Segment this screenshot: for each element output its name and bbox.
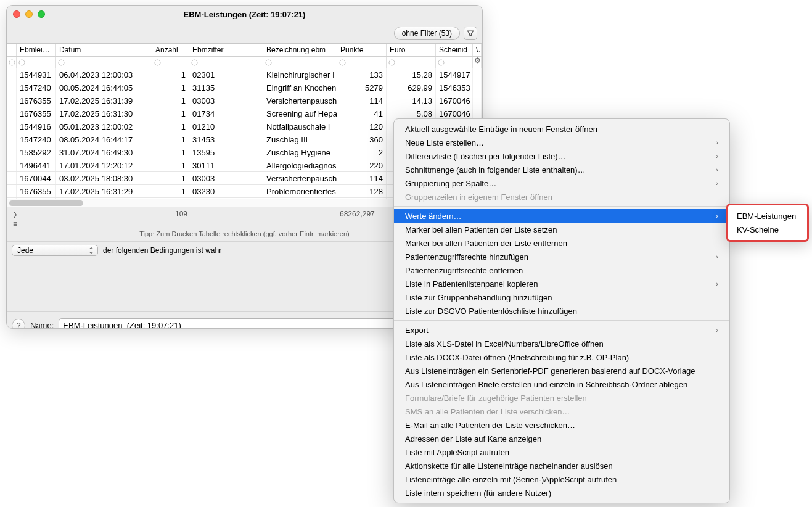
menu-item-label: Patientenzugriffsrechte entfernen: [405, 266, 523, 275]
cell: 17.02.2025 16:31:29: [56, 185, 152, 197]
cell: 1544917: [436, 68, 473, 81]
menu-item[interactable]: Gruppierung per Spalte…›: [394, 176, 729, 190]
menu-item[interactable]: Liste als DOCX-Datei öffnen (Briefschrei…: [394, 350, 729, 364]
column-header[interactable]: Ebmziffer: [189, 44, 263, 56]
filter-row: [7, 57, 482, 68]
column-header[interactable]: Datum: [56, 44, 152, 56]
menu-item[interactable]: Marker bei allen Patienten der Liste ent…: [394, 236, 729, 250]
submenu-werte-aendern[interactable]: EBM-LeistungenKV-Scheine: [726, 204, 809, 242]
toolbar: ohne Filter (53): [7, 23, 482, 44]
table-row[interactable]: 154493106.04.2023 12:00:03102301Kleinchi…: [7, 68, 482, 81]
menu-item[interactable]: Patientenzugriffsrechte hinzufügen›: [394, 250, 729, 263]
cell: 120: [337, 120, 387, 133]
svg-point-8: [438, 60, 444, 65]
submenu-item[interactable]: EBM-Leistungen: [728, 209, 807, 223]
column-header[interactable]: Ebmleist…: [17, 44, 56, 56]
menu-item[interactable]: Liste intern speichern (für andere Nutze…: [394, 486, 729, 500]
cell: [7, 185, 17, 197]
cell: 1670046: [436, 94, 473, 107]
table-row[interactable]: 154724008.05.2024 16:44:05131135Eingriff…: [7, 81, 482, 94]
filter-icon[interactable]: [464, 27, 477, 40]
menu-item-label: Aktionskette für alle Listeneinträge nac…: [405, 461, 613, 471]
cell: 03230: [189, 185, 263, 197]
menu-item-label: Liste zur Gruppenbehandlung hinzufügen: [405, 293, 552, 302]
menu-item-label: Formulare/Briefe für zugehörige Patiente…: [405, 394, 587, 403]
column-filter[interactable]: [263, 57, 337, 68]
column-header[interactable]: Bezeichnung ebm: [263, 44, 337, 56]
cell: 05.01.2023 12:00:02: [56, 120, 152, 133]
cell: 1547240: [17, 81, 56, 94]
submenu-item[interactable]: KV-Scheine: [728, 223, 807, 236]
context-menu[interactable]: Aktuell ausgewählte Einträge in neuem Fe…: [393, 118, 730, 503]
menu-item-label: Schnittmenge (auch in folgender Liste en…: [405, 165, 586, 175]
cell: 360: [337, 133, 387, 146]
menu-item[interactable]: Aus Listeneinträgen ein Serienbrief-PDF …: [394, 364, 729, 377]
cell: 31135: [189, 81, 263, 94]
cell: 5279: [337, 81, 387, 94]
cell: 1: [152, 133, 189, 146]
menu-item: Formulare/Briefe für zugehörige Patiente…: [394, 391, 729, 405]
chevron-right-icon: ›: [716, 280, 718, 287]
condition-text: der folgenden Bedingungen ist wahr: [103, 246, 221, 255]
column-filter[interactable]: [189, 57, 263, 68]
menu-item[interactable]: Werte ändern…›: [394, 209, 729, 223]
cell: 02301: [189, 68, 263, 81]
column-header[interactable]: Euro: [387, 44, 436, 56]
menu-item-label: Werte ändern…: [405, 212, 462, 221]
column-header[interactable]: \: [473, 44, 482, 56]
scrollbar-thumb[interactable]: [9, 200, 83, 206]
condition-select[interactable]: Jede: [12, 245, 98, 256]
cell: Allergologiediagnos: [263, 159, 337, 171]
menu-item[interactable]: Liste in Patientenlistenpanel kopieren›: [394, 277, 729, 291]
cell: 1544931: [17, 68, 56, 81]
column-filter[interactable]: [436, 57, 473, 68]
column-header[interactable]: [7, 44, 17, 56]
column-header[interactable]: Scheinid: [436, 44, 473, 56]
cell: 1676355: [17, 185, 56, 197]
cell: 1547240: [17, 133, 56, 146]
svg-point-7: [389, 60, 395, 65]
column-header[interactable]: Anzahl: [152, 44, 189, 56]
menu-item[interactable]: Liste mit AppleScript aufrufen: [394, 445, 729, 459]
svg-point-5: [266, 60, 271, 65]
menu-item-label: Liste mit AppleScript aufrufen: [405, 448, 509, 457]
column-header[interactable]: Punkte: [337, 44, 387, 56]
column-filter[interactable]: [56, 57, 152, 68]
menu-item[interactable]: Patientenzugriffsrechte entfernen: [394, 263, 729, 277]
menu-item[interactable]: Schnittmenge (auch in folgender Liste en…: [394, 163, 729, 176]
bars-icon: ≡: [13, 220, 23, 228]
menu-item[interactable]: Liste zur Gruppenbehandlung hinzufügen: [394, 291, 729, 304]
chevron-right-icon: ›: [716, 212, 718, 220]
menu-item[interactable]: E-Mail an alle Patienten der Liste versc…: [394, 418, 729, 432]
column-filter[interactable]: [152, 57, 189, 68]
cell: 30111: [189, 159, 263, 171]
menu-item-label: Aktuell ausgewählte Einträge in neuem Fe…: [405, 125, 597, 134]
menu-item[interactable]: Aus Listeneinträgen Briefe erstellen und…: [394, 377, 729, 391]
menu-item: Gruppenzeilen in eigenem Fenster öffnen: [394, 190, 729, 204]
name-input[interactable]: [59, 318, 428, 329]
cell: 114: [337, 172, 387, 184]
menu-item-label: Adressen der Liste auf Karte anzeigen: [405, 434, 541, 443]
column-filter[interactable]: [387, 57, 436, 68]
column-filter[interactable]: [7, 57, 17, 68]
menu-item[interactable]: Marker bei allen Patienten der Liste set…: [394, 223, 729, 236]
menu-item[interactable]: Aktuell ausgewählte Einträge in neuem Fe…: [394, 122, 729, 136]
cell: Zuschlag Hygiene: [263, 146, 337, 159]
help-button[interactable]: ?: [12, 319, 25, 329]
table-row[interactable]: 167635517.02.2025 16:31:39103003Versiche…: [7, 94, 482, 107]
cell: [7, 133, 17, 146]
menu-item[interactable]: Adressen der Liste auf Karte anzeigen: [394, 432, 729, 445]
column-filter[interactable]: [17, 57, 56, 68]
menu-item[interactable]: Liste als XLS-Datei in Excel/Numbers/Lib…: [394, 337, 729, 350]
filter-button[interactable]: ohne Filter (53): [394, 27, 460, 40]
cell: 2: [337, 146, 387, 159]
menu-item[interactable]: Listeneinträge alle einzeln mit (Serien-…: [394, 472, 729, 486]
menu-item[interactable]: Differenzliste (Löschen per folgender Li…: [394, 149, 729, 163]
menu-item[interactable]: Liste zur DSGVO Patientenlöschliste hinz…: [394, 304, 729, 318]
menu-item[interactable]: Export›: [394, 323, 729, 337]
column-filter[interactable]: [337, 57, 387, 68]
menu-item[interactable]: Aktionskette für alle Listeneinträge nac…: [394, 459, 729, 472]
menu-item[interactable]: Neue Liste erstellen…›: [394, 136, 729, 149]
menu-item-label: Aus Listeneinträgen ein Serienbrief-PDF …: [405, 366, 695, 376]
column-settings-icon[interactable]: ⚙: [474, 56, 481, 65]
